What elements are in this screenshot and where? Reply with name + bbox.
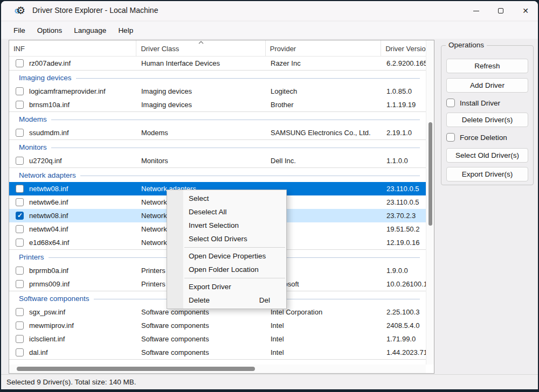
row-checkbox[interactable]	[16, 87, 24, 95]
driver-version-cell: 1.71.99.0	[382, 335, 426, 343]
row-checkbox[interactable]	[16, 239, 24, 247]
driver-class-cell: Modems	[137, 129, 266, 137]
driver-class-cell: Imaging devices	[137, 87, 266, 95]
menu-item-options[interactable]: Options	[31, 24, 68, 37]
add-driver-button[interactable]: Add Driver	[446, 78, 528, 93]
driver-version-cell: 1.1.19.19	[382, 101, 426, 109]
force-deletion-checkbox-label: Force Deletion	[460, 134, 507, 142]
context-menu-item-select[interactable]: Select	[167, 192, 286, 205]
context-menu-item-select-old-drivers[interactable]: Select Old Drivers	[167, 232, 286, 246]
row-checkbox[interactable]	[16, 157, 24, 165]
inf-filename: iclsclient.inf	[29, 335, 65, 343]
menu-item-help[interactable]: Help	[112, 24, 139, 37]
column-header-inf[interactable]: INF	[9, 40, 136, 56]
row-checkbox[interactable]	[16, 212, 24, 220]
driver-row[interactable]: brnsm10a.infImaging devicesBrother1.1.19…	[9, 98, 426, 111]
driver-version-cell: 23.110.0.5	[382, 198, 426, 206]
force-deletion-checkbox[interactable]: Force Deletion	[446, 133, 507, 142]
inf-filename: ssudmdm.inf	[29, 129, 69, 137]
driver-version-cell: 1.1.0.0	[382, 157, 426, 165]
delete-drivers-button[interactable]: Delete Driver(s)	[446, 113, 528, 127]
group-label: Printers	[19, 253, 44, 261]
inf-cell: prnms009.inf	[9, 280, 137, 288]
context-menu-item-label: Open Folder Location	[189, 263, 281, 276]
row-checkbox[interactable]	[16, 280, 24, 288]
group-label: Modems	[19, 115, 47, 123]
provider-cell: Intel Corporation	[266, 308, 382, 316]
driver-class-cell: Human Interface Devices	[137, 59, 266, 67]
inf-filename: brprmb0a.inf	[29, 267, 68, 275]
context-menu-item-label: Invert Selection	[189, 219, 281, 232]
context-menu-item-invert-selection[interactable]: Invert Selection	[167, 219, 286, 232]
row-checkbox[interactable]	[16, 225, 24, 233]
row-checkbox[interactable]	[16, 59, 24, 67]
provider-cell: Intel	[266, 348, 382, 356]
driver-row[interactable]: u2720q.infMonitorsDell Inc.1.1.0.0	[9, 154, 426, 167]
driver-row[interactable]: logicamframeprovider.infImaging devicesL…	[9, 85, 426, 98]
close-button[interactable]: ✕	[513, 1, 538, 20]
driver-row[interactable]: rz007adev.infHuman Interface DevicesRaze…	[9, 57, 426, 70]
inf-cell: netwtw08.inf	[9, 212, 137, 220]
driver-version-cell: 6.2.9200.165	[382, 59, 426, 67]
column-header-provider[interactable]: Provider	[266, 40, 381, 56]
group-header-monitors: Monitors	[9, 139, 426, 154]
driver-version-cell: 2.25.100.3	[382, 308, 426, 316]
context-menu: SelectDeselect AllInvert SelectionSelect…	[167, 190, 287, 309]
select-old-drivers-button[interactable]: Select Old Driver(s)	[446, 148, 528, 163]
menu-item-file[interactable]: File	[8, 24, 31, 37]
vertical-scrollbar-thumb[interactable]	[429, 122, 432, 226]
inf-cell: sgx_psw.inf	[9, 308, 137, 316]
refresh-button[interactable]: Refresh	[446, 59, 528, 73]
inf-cell: iclsclient.inf	[9, 335, 137, 343]
horizontal-scrollbar[interactable]	[9, 365, 426, 373]
group-line	[51, 120, 420, 120]
context-menu-item-open-device-properties[interactable]: Open Device Properties	[167, 249, 286, 263]
context-menu-item-label: Export Driver	[189, 280, 281, 293]
group-header-imaging-devices: Imaging devices	[9, 70, 426, 85]
row-checkbox[interactable]	[16, 335, 24, 343]
row-checkbox[interactable]	[16, 267, 24, 275]
context-menu-item-label: Select	[189, 192, 281, 205]
vertical-scrollbar[interactable]	[426, 40, 434, 365]
context-menu-item-delete[interactable]: DeleteDel	[167, 293, 286, 307]
inf-filename: e1d68x64.inf	[29, 239, 69, 247]
driver-version-cell: 19.51.50.2	[382, 225, 426, 233]
inf-cell: rz007adev.inf	[9, 59, 137, 67]
inf-filename: mewmiprov.inf	[29, 321, 74, 330]
row-checkbox[interactable]	[16, 321, 24, 330]
row-checkbox[interactable]	[16, 348, 24, 356]
column-header-driver-class[interactable]: Driver Class	[136, 40, 265, 56]
group-label: Monitors	[19, 143, 47, 151]
row-checkbox[interactable]	[16, 185, 24, 193]
inf-filename: rz007adev.inf	[29, 59, 71, 67]
export-drivers-button[interactable]: Export Driver(s)	[446, 167, 528, 181]
group-header-network-adapters: Network adapters	[9, 167, 426, 182]
driver-row[interactable]: ssudmdm.infModemsSAMSUNG Electronics Co.…	[9, 126, 426, 139]
install-driver-checkbox[interactable]: Install Driver	[446, 99, 500, 107]
force-deletion-checkbox-box[interactable]	[446, 133, 455, 142]
context-menu-item-deselect-all[interactable]: Deselect All	[167, 205, 286, 219]
inf-cell: dal.inf	[9, 348, 137, 356]
horizontal-scrollbar-thumb[interactable]	[17, 367, 255, 371]
install-driver-checkbox-box[interactable]	[446, 99, 455, 107]
row-checkbox[interactable]	[16, 129, 24, 137]
list-header: INFDriver ClassProviderDriver Versio	[9, 40, 434, 57]
driver-class-cell: Software components	[137, 348, 266, 356]
context-menu-item-open-folder-location[interactable]: Open Folder Location	[167, 263, 286, 276]
driver-row[interactable]: dal.infSoftware componentsIntel1.44.2023…	[9, 346, 426, 359]
column-header-label: Driver Class	[141, 45, 179, 53]
group-line	[51, 148, 420, 148]
inf-filename: u2720q.inf	[29, 157, 62, 165]
row-checkbox[interactable]	[16, 101, 24, 109]
minimize-button[interactable]	[464, 1, 488, 20]
driver-row[interactable]: mewmiprov.infSoftware componentsIntel240…	[9, 319, 426, 332]
context-menu-item-export-driver[interactable]: Export Driver	[167, 280, 286, 293]
driver-row[interactable]: iclsclient.infSoftware componentsIntel1.…	[9, 332, 426, 346]
maximize-button[interactable]	[488, 1, 513, 20]
menu-item-language[interactable]: Language	[68, 24, 112, 37]
inf-cell: netwtw6e.inf	[9, 198, 137, 206]
row-checkbox[interactable]	[16, 308, 24, 316]
inf-filename: brnsm10a.inf	[29, 101, 70, 109]
row-checkbox[interactable]	[16, 198, 24, 206]
driver-class-cell: Software components	[137, 308, 266, 316]
